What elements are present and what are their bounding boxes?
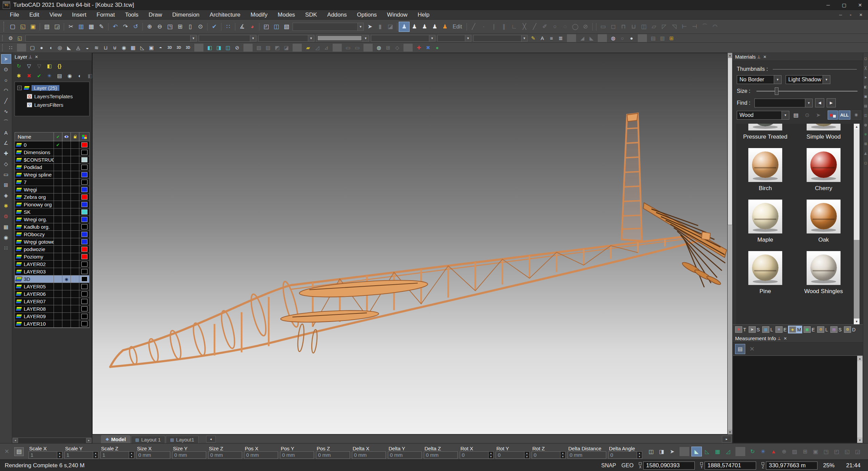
hatch-combo[interactable]: ▼ [371, 35, 435, 42]
layer-on-cell[interactable] [54, 238, 62, 245]
color-swatch[interactable] [81, 209, 87, 214]
open-icon[interactable]: ◱ [18, 22, 28, 32]
scroll-thumb[interactable] [728, 58, 732, 225]
arc-2-icon[interactable]: ◠ [710, 22, 720, 32]
layer-name-cell[interactable]: LAYER07 [15, 298, 54, 305]
layer-name-cell[interactable]: Wręgi gotowe [15, 238, 54, 245]
layer-visible-cell[interactable] [62, 261, 71, 268]
triangle-2-icon[interactable]: ◹ [669, 22, 679, 32]
chevron-down-icon[interactable]: ▼ [805, 99, 812, 107]
layer-on-cell[interactable] [54, 283, 62, 290]
material-pick-icon[interactable]: ➤ [814, 110, 823, 120]
scroll-up-icon[interactable]: ▲ [857, 356, 863, 361]
section-1-icon[interactable]: ▭ [343, 44, 353, 52]
layer-color-cell[interactable] [79, 179, 89, 186]
spin-down-icon[interactable]: ▼ [93, 455, 98, 458]
menu-options[interactable]: Options [352, 10, 382, 19]
spin-down-icon[interactable]: ▼ [129, 455, 134, 458]
box-3d-icon[interactable]: ▢ [28, 44, 37, 52]
layer-visible-cell[interactable] [62, 141, 71, 148]
layer-lock-cell[interactable] [71, 268, 79, 275]
layer-visible-cell[interactable] [62, 216, 71, 223]
layer-color-cell[interactable] [79, 201, 89, 208]
layer-row[interactable]: Wręgi [15, 186, 89, 193]
zoom-level[interactable]: 25% [823, 462, 834, 469]
view-select-icon[interactable]: ➤ [863, 75, 868, 80]
all-select-icon[interactable]: ◲ [853, 447, 863, 456]
fillet-3d-icon[interactable]: ⊿ [322, 44, 331, 52]
mdi-restore-button[interactable]: ▫ [846, 11, 855, 19]
facet-delete-icon[interactable]: ▨ [263, 44, 273, 52]
scroll-right-icon[interactable]: ▸ [86, 438, 92, 443]
inspector-field-input[interactable]: 0 mm ▲▼ [280, 451, 314, 459]
facet-extrude-icon[interactable]: ◩ [273, 44, 282, 52]
layer-color-cell[interactable] [79, 216, 89, 223]
layer-color-cell[interactable] [79, 275, 89, 283]
find-next-button[interactable]: ▶ [827, 98, 836, 107]
slider-thumb[interactable] [775, 87, 778, 95]
layer-row[interactable]: Wregi spline [15, 171, 89, 179]
find-previous-button[interactable]: ◀ [815, 98, 824, 107]
tree-item-layer-root[interactable]: − Layer (25) [16, 84, 88, 92]
layer-color-cell[interactable] [79, 141, 89, 148]
layer-visible-cell[interactable] [62, 253, 71, 260]
menu-sdk[interactable]: SDK [300, 10, 322, 19]
scroll-up-icon[interactable]: ▲ [728, 53, 732, 58]
delete-layer-icon[interactable]: ✖ [25, 72, 33, 80]
layer-lock-cell[interactable] [71, 246, 79, 253]
menu-view[interactable]: View [44, 10, 67, 19]
layer-lock-cell[interactable] [71, 313, 79, 320]
minimize-button[interactable]: ─ [820, 0, 836, 10]
layer-on-cell[interactable] [54, 156, 62, 163]
layer-color-cell[interactable] [79, 164, 89, 171]
layer-groups-icon[interactable]: {} [55, 62, 64, 70]
layer-name-cell[interactable]: 3D [15, 275, 54, 283]
spinner[interactable]: ▲▼ [129, 452, 134, 458]
filter-toggle[interactable]: ✳ [851, 110, 861, 120]
material-properties-icon[interactable]: ▤ [791, 110, 801, 120]
circle-tool-icon[interactable]: ○ [550, 22, 560, 32]
layer-on-cell[interactable] [54, 193, 62, 201]
view-right-icon[interactable]: ◫ [863, 112, 868, 118]
layer-on-cell[interactable] [54, 186, 62, 193]
copy-icon[interactable]: ▥ [76, 22, 86, 32]
fence-tool-icon[interactable]: ⊞ [800, 447, 810, 456]
zoom-loupe-icon[interactable]: ⊙ [195, 22, 205, 32]
menu-draw[interactable]: Draw [143, 10, 167, 19]
color-swatch[interactable] [81, 254, 87, 259]
square-tool-icon[interactable]: ◻ [608, 22, 618, 32]
layer-visible-cell[interactable] [62, 208, 71, 216]
plugin-dot-icon[interactable]: ● [433, 44, 442, 52]
layer-panel-hscrollbar[interactable]: ◂ ▸ [13, 437, 92, 443]
context-help-icon[interactable]: ➤ [365, 22, 375, 32]
layer-lock-cell[interactable] [71, 149, 79, 156]
layer-name-cell[interactable]: LAYER06 [15, 290, 54, 298]
layer-row[interactable]: Zebra org [15, 193, 89, 201]
inspector-field-input[interactable]: 0 mm ▲▼ [136, 451, 170, 459]
spin-up-icon[interactable]: ▲ [57, 452, 62, 455]
spline-tool-icon[interactable]: ∿ [1, 107, 11, 116]
select-mode-3-icon[interactable]: ♟ [419, 22, 430, 32]
scroll-track[interactable] [728, 58, 732, 430]
palette-tab-tools[interactable]: ✱ T [734, 326, 747, 333]
layer-lock-cell[interactable] [71, 261, 79, 268]
circle-tan-tool-icon[interactable]: ◌ [560, 22, 570, 32]
layer-color-cell[interactable] [79, 268, 89, 275]
line-tool-icon[interactable]: ╱ [469, 22, 479, 32]
material-item[interactable]: Oak [794, 194, 853, 246]
redo-icon[interactable]: ↷ [120, 22, 131, 32]
select-mode-4-icon[interactable]: ♟ [430, 22, 440, 32]
column-style-icon[interactable]: ▥ [658, 34, 667, 42]
color-wheel-icon[interactable]: ◍ [609, 34, 618, 42]
snap-tool-icon[interactable]: ✱ [1, 202, 11, 210]
pin-icon[interactable]: ⊥ [756, 55, 762, 59]
close-button[interactable]: ✕ [852, 0, 868, 10]
select-layer-objects-icon[interactable]: ✳ [45, 72, 54, 80]
color-swatch[interactable] [81, 291, 87, 296]
menu-modify[interactable]: Modify [245, 10, 273, 19]
by-object-toggle[interactable] [828, 110, 838, 120]
layer-states-icon[interactable]: ◧ [45, 62, 54, 70]
menu-tools[interactable]: Tools [120, 10, 144, 19]
layer-name-cell[interactable]: Wręgi [15, 186, 54, 193]
line-weight-icon[interactable]: ≡ [547, 34, 556, 42]
